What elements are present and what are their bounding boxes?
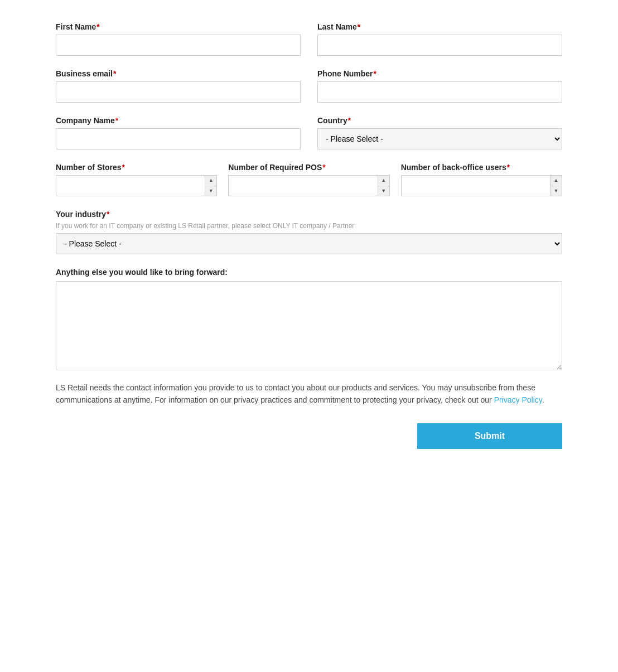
phone-required: * — [374, 69, 376, 78]
last-name-input[interactable] — [317, 35, 562, 56]
stores-label: Number of Stores* — [56, 163, 217, 172]
backoffice-spinner: ▲ ▼ — [550, 176, 562, 196]
stores-input-wrapper: ▲ ▼ — [56, 175, 217, 196]
country-group: Country* - Please Select -AfghanistanAlb… — [317, 116, 562, 149]
privacy-section: LS Retail needs the contact information … — [56, 381, 562, 407]
numbers-row: Number of Stores* ▲ ▼ Number of Required… — [56, 163, 562, 196]
pos-input-wrapper: ▲ ▼ — [228, 175, 389, 196]
comments-row: Anything else you would like to bring fo… — [56, 268, 562, 370]
pos-required: * — [322, 163, 325, 172]
email-input[interactable] — [56, 81, 301, 103]
backoffice-increment[interactable]: ▲ — [551, 176, 562, 186]
company-input[interactable] — [56, 128, 301, 149]
email-required: * — [113, 69, 116, 78]
backoffice-group: Number of back-office users* ▲ ▼ — [401, 163, 562, 196]
stores-group: Number of Stores* ▲ ▼ — [56, 163, 217, 196]
stores-increment[interactable]: ▲ — [205, 176, 216, 186]
comments-label: Anything else you would like to bring fo… — [56, 268, 562, 277]
backoffice-required: * — [507, 163, 510, 172]
phone-input[interactable] — [317, 81, 562, 103]
last-name-label: Last Name* — [317, 22, 562, 31]
industry-row: Your industry* If you work for an IT com… — [56, 210, 562, 254]
phone-label: Phone Number* — [317, 69, 562, 78]
email-label: Business email* — [56, 69, 301, 78]
company-country-row: Company Name* Country* - Please Select -… — [56, 116, 562, 149]
comments-group: Anything else you would like to bring fo… — [56, 268, 562, 370]
first-name-required: * — [96, 22, 99, 31]
backoffice-input-wrapper: ▲ ▼ — [401, 175, 562, 196]
stores-input[interactable] — [56, 176, 205, 196]
stores-decrement[interactable]: ▼ — [205, 186, 216, 196]
industry-select[interactable]: - Please Select -RetailHospitalityPharma… — [56, 233, 562, 254]
industry-hint: If you work for an IT company or existin… — [56, 222, 562, 230]
first-name-label: First Name* — [56, 22, 301, 31]
company-required: * — [115, 116, 118, 125]
last-name-group: Last Name* — [317, 22, 562, 56]
submit-row: Submit — [56, 423, 562, 449]
pos-input[interactable] — [229, 176, 377, 196]
industry-group: Your industry* If you work for an IT com… — [56, 210, 562, 254]
last-name-required: * — [358, 22, 360, 31]
company-group: Company Name* — [56, 116, 301, 149]
email-group: Business email* — [56, 69, 301, 103]
name-row: First Name* Last Name* — [56, 22, 562, 56]
pos-spinner: ▲ ▼ — [378, 176, 389, 196]
backoffice-decrement[interactable]: ▼ — [551, 186, 562, 196]
company-label: Company Name* — [56, 116, 301, 125]
country-required: * — [348, 116, 351, 125]
backoffice-input[interactable] — [402, 176, 550, 196]
phone-group: Phone Number* — [317, 69, 562, 103]
stores-spinner: ▲ ▼ — [205, 176, 216, 196]
pos-group: Number of Required POS* ▲ ▼ — [228, 163, 389, 196]
comments-textarea[interactable] — [56, 281, 562, 370]
privacy-text-before: LS Retail needs the contact information … — [56, 383, 535, 404]
privacy-policy-link[interactable]: Privacy Policy — [494, 395, 542, 404]
country-select[interactable]: - Please Select -AfghanistanAlbaniaAlger… — [317, 128, 562, 149]
submit-button[interactable]: Submit — [417, 423, 562, 449]
pos-label: Number of Required POS* — [228, 163, 389, 172]
industry-label: Your industry* — [56, 210, 562, 219]
contact-form: First Name* Last Name* Business email* P… — [28, 0, 590, 471]
country-label: Country* — [317, 116, 562, 125]
contact-row: Business email* Phone Number* — [56, 69, 562, 103]
first-name-input[interactable] — [56, 35, 301, 56]
pos-decrement[interactable]: ▼ — [378, 186, 389, 196]
pos-increment[interactable]: ▲ — [378, 176, 389, 186]
industry-required: * — [107, 210, 109, 219]
backoffice-label: Number of back-office users* — [401, 163, 562, 172]
privacy-text-after: . — [542, 395, 544, 404]
first-name-group: First Name* — [56, 22, 301, 56]
stores-required: * — [122, 163, 124, 172]
